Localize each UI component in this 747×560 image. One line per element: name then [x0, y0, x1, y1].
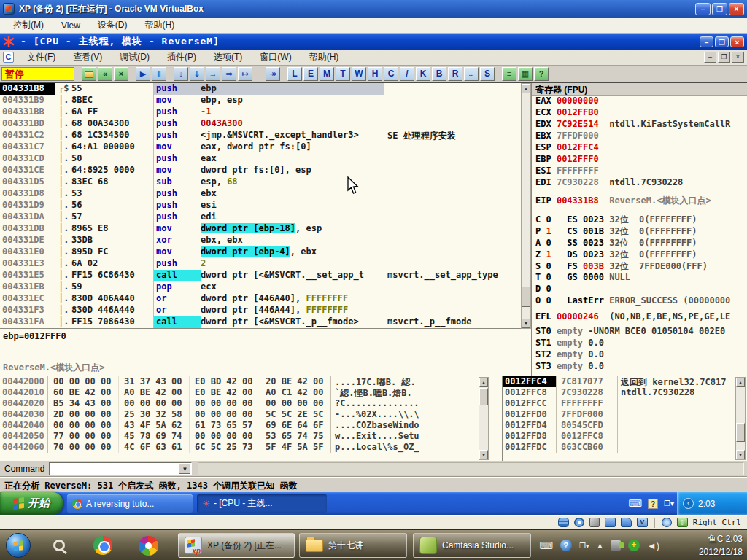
disasm-row[interactable]: 004331EB│.59popecx: [0, 281, 521, 293]
register-row[interactable]: ESP 0012FFC4: [532, 142, 747, 154]
help-tray-icon[interactable]: ?: [648, 499, 658, 509]
register-row[interactable]: EDX 7C92E514 ntdll.KiFastSystemCallR: [532, 119, 747, 131]
register-row[interactable]: EBP 0012FFF0: [532, 154, 747, 166]
olly-menu-item-0[interactable]: 文件(F): [18, 50, 64, 65]
registers-pane[interactable]: 寄存器 (FPU) EAX 00000000ECX 0012FFB0EDX 7C…: [531, 83, 747, 376]
stack-pane[interactable]: 0012FFC47C817077返回到 kernel32.7C8170012FF…: [502, 376, 747, 462]
scroll-thumb[interactable]: [522, 287, 530, 307]
mdi-minimize-button[interactable]: –: [704, 52, 716, 63]
restart-button[interactable]: «: [98, 67, 112, 81]
disasm-row[interactable]: 004331C2│.68 1C334300push<jmp.&MSVCRT._e…: [0, 130, 521, 141]
stack-row[interactable]: 0012FFD480545CFD: [503, 420, 747, 431]
stack-row[interactable]: 0012FFDC863CCB60: [503, 442, 747, 453]
restore-guest-icon[interactable]: ❐▾: [579, 542, 589, 550]
disasm-row[interactable]: 004331BB│.6A FFpush-1: [0, 106, 521, 118]
flag-row[interactable]: C 0 ES 0023 32位 0(FFFFFFFF): [532, 214, 747, 225]
disasm-row[interactable]: 004331E5│.FF15 6C86430calldword ptr [<&M…: [0, 270, 521, 281]
host-task-camtasia[interactable]: Camtasia Studio...: [413, 533, 531, 558]
disasm-row[interactable]: 004331D5│.83EC 68subesp, 68: [0, 176, 521, 188]
disassembly-scrollbar[interactable]: ▲ ▼: [521, 83, 531, 329]
optical-disc-icon[interactable]: [574, 518, 584, 527]
trace-over-button[interactable]: ⇒: [222, 67, 236, 81]
toolbar-letter-button-K[interactable]: K: [416, 67, 430, 81]
register-row-eip[interactable]: EIP 004331B8 ReverseM.<模块入口点>: [532, 195, 747, 206]
speaker-icon[interactable]: ◄): [647, 540, 659, 551]
olly-menu-item-1[interactable]: 查看(V): [64, 50, 111, 65]
usb-icon[interactable]: [589, 518, 600, 527]
flag-row[interactable]: D 0: [532, 284, 747, 295]
hard-disk-icon[interactable]: [558, 518, 569, 527]
scroll-down-icon[interactable]: ▼: [522, 319, 530, 328]
scroll-up-icon[interactable]: ▲: [522, 84, 530, 93]
toolbar-letter-button-R[interactable]: R: [448, 67, 462, 81]
olly-close-button[interactable]: ×: [730, 36, 744, 47]
register-row[interactable]: EAX 00000000: [532, 96, 747, 107]
stack-row[interactable]: 0012FFC47C817077返回到 kernel32.7C817: [503, 376, 747, 387]
disasm-row[interactable]: 004331EC│.830D 406A440ordword ptr [446A4…: [0, 293, 521, 305]
disasm-row[interactable]: 004331C7│.64:A1 000000moveax, dword ptr …: [0, 141, 521, 153]
debugging-options-button[interactable]: ▦: [518, 67, 533, 81]
run-button[interactable]: ▶: [136, 67, 150, 81]
flag-row[interactable]: Z 1 DS 0023 32位 0(FFFFFFFF): [532, 249, 747, 260]
run-to-return-button[interactable]: ↦: [238, 67, 252, 81]
olly-menu-item-4[interactable]: 选项(T): [205, 50, 251, 65]
dump-scrollbar[interactable]: ▲ ▼: [479, 377, 489, 460]
display-icon[interactable]: [605, 518, 616, 527]
open-file-button[interactable]: [82, 67, 96, 81]
host-clock[interactable]: 鱼C 2:03 2012/12/18: [699, 532, 743, 559]
toolbar-letter-button-T[interactable]: T: [336, 67, 350, 81]
vbox-menu-item-0[interactable]: 控制(M): [6, 18, 51, 33]
help-tray-icon[interactable]: ?: [560, 540, 572, 551]
dump-row[interactable]: 0044200000 00 00 0031 37 43 00E0 BD 42 0…: [0, 376, 502, 387]
command-input[interactable]: ▼: [49, 462, 192, 475]
shared-folders-icon[interactable]: [621, 518, 632, 527]
vbox-minimize-button[interactable]: –: [695, 3, 711, 15]
toolbar-letter-button-W[interactable]: W: [352, 67, 366, 81]
olly-menu-item-6[interactable]: 帮助(H): [301, 50, 348, 65]
flag-row[interactable]: S 0 FS 003B 32位 7FFDE000(FFF): [532, 260, 747, 272]
show-hidden-icons-icon[interactable]: ▲: [597, 542, 603, 549]
scroll-thumb[interactable]: [479, 388, 488, 405]
stack-row[interactable]: 0012FFC87C930228ntdll.7C930228: [503, 387, 747, 398]
scroll-up-icon[interactable]: ▲: [479, 378, 488, 387]
toolbar-letter-button-M[interactable]: M: [320, 67, 334, 81]
flag-row[interactable]: P 1 CS 001B 32位 0(FFFFFFFF): [532, 225, 747, 237]
vbox-menu-item-2[interactable]: 设备(D): [90, 18, 135, 33]
toolbar-letter-button-B[interactable]: B: [432, 67, 446, 81]
olly-menu-item-5[interactable]: 窗口(W): [251, 50, 300, 65]
disasm-row[interactable]: 004331DA│.57pushedi: [0, 211, 521, 223]
disasm-row[interactable]: 004331B9│.8BECmovebp, esp: [0, 95, 521, 106]
host-task-virtualbox[interactable]: XP (备份 2) [正在...: [178, 533, 295, 558]
vbox-menu-item-1[interactable]: View: [54, 19, 88, 32]
toolbar-letter-button-C[interactable]: C: [384, 67, 398, 81]
fpu-register-row[interactable]: ST0 empty -UNORM BCE0 01050104 002E0: [532, 326, 747, 338]
scroll-up-icon[interactable]: ▲: [736, 378, 745, 387]
register-row[interactable]: ECX 0012FFB0: [532, 107, 747, 119]
xp-task-browser[interactable]: A reversing tuto...: [67, 494, 193, 513]
scroll-thumb[interactable]: [736, 423, 745, 442]
dump-row[interactable]: 004420302D 00 00 0025 30 32 5800 00 00 0…: [0, 409, 502, 420]
appearance-options-button[interactable]: ≡: [502, 67, 516, 81]
fpu-register-row[interactable]: ST3 empty 0.0: [532, 361, 747, 373]
mdi-restore-button[interactable]: ❐: [718, 52, 730, 63]
toolbar-letter-button-/[interactable]: /: [400, 67, 414, 81]
host-browser360-button[interactable]: [137, 535, 159, 556]
dump-row[interactable]: 0044205077 00 00 0045 78 69 7400 00 00 0…: [0, 431, 502, 442]
disasm-row[interactable]: 004331CE│.64:8925 0000movdword ptr fs:[0…: [0, 165, 521, 176]
dump-row[interactable]: 0044204000 00 00 0043 4F 5A 6261 73 65 5…: [0, 420, 502, 431]
flag-row[interactable]: O 0 LastErr ERROR_SUCCESS (00000000: [532, 295, 747, 307]
xp-start-button[interactable]: 开始: [0, 492, 63, 515]
flag-row[interactable]: A 0 SS 0023 32位 0(FFFFFFFF): [532, 237, 747, 249]
dump-row[interactable]: 0044206070 00 00 004C 6F 63 616C 5C 25 7…: [0, 442, 502, 453]
mdi-close-button[interactable]: ×: [732, 52, 744, 63]
disasm-row[interactable]: 004331DB│.8965 E8movdword ptr [ebp-18], …: [0, 223, 521, 235]
xp-task-ollydbg[interactable]: ✳ - [CPU - 主线...: [197, 494, 327, 513]
vbox-restore-button[interactable]: ❐: [712, 3, 727, 15]
restore-guest-icon[interactable]: ❐▾: [664, 499, 674, 508]
disasm-row[interactable]: 004331E0│.895D FCmovdword ptr [ebp-4], e…: [0, 246, 521, 258]
toolbar-letter-button-E[interactable]: E: [303, 67, 318, 81]
dump-row[interactable]: 00442020B5 34 43 0000 00 00 0000 00 00 0…: [0, 398, 502, 409]
host-start-button[interactable]: [6, 533, 31, 558]
pause-button[interactable]: ‖: [152, 67, 166, 81]
go-to-address-button[interactable]: ↠: [266, 67, 280, 81]
